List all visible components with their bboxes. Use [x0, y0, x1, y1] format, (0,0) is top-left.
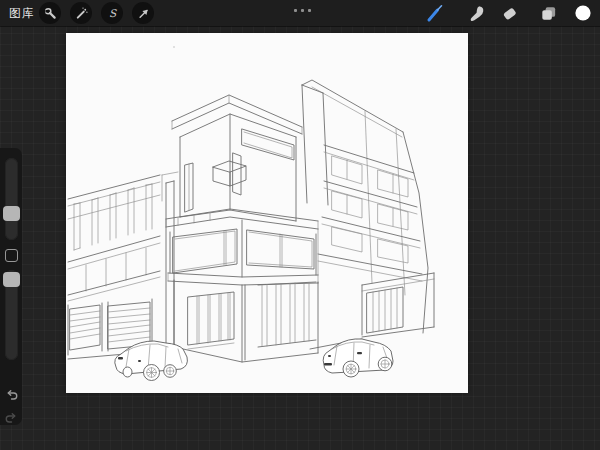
drawing-canvas[interactable]: [66, 33, 468, 393]
selection-button[interactable]: S: [101, 2, 123, 24]
color-swatch-button[interactable]: [571, 2, 595, 24]
magic-wand-icon: [74, 6, 89, 21]
selection-s-icon: S: [105, 6, 120, 21]
layers-icon: [539, 4, 558, 23]
gallery-button[interactable]: 图库: [9, 6, 34, 21]
sketch-main-building: [166, 95, 318, 362]
architectural-sketch: [66, 33, 468, 393]
wrench-icon: [43, 6, 58, 21]
side-toolbar: [0, 148, 22, 425]
erase-tool-button[interactable]: [497, 2, 521, 24]
procreate-workspace: 图库 S: [0, 0, 600, 450]
pencil-speck: [173, 46, 175, 48]
actions-button[interactable]: [39, 2, 61, 24]
top-toolbar: 图库 S: [0, 0, 600, 26]
modify-square-button[interactable]: [5, 249, 18, 262]
brush-size-slider-handle[interactable]: [3, 206, 20, 221]
layers-button[interactable]: [536, 2, 560, 24]
color-swatch-circle: [573, 3, 593, 23]
undo-arrow-icon: [4, 387, 19, 402]
transform-button[interactable]: [132, 2, 154, 24]
transform-arrow-icon: [136, 6, 151, 21]
smudge-finger-icon: [467, 4, 486, 23]
undo-button[interactable]: [3, 386, 20, 403]
svg-text:S: S: [108, 6, 116, 18]
paint-tool-button[interactable]: [423, 2, 447, 24]
sketch-left-building: [68, 172, 178, 359]
brush-icon: [425, 3, 445, 23]
adjustments-button[interactable]: [70, 2, 92, 24]
smudge-tool-button[interactable]: [464, 2, 488, 24]
redo-button[interactable]: [3, 409, 20, 426]
canvas-menu-ellipsis-icon[interactable]: [294, 9, 311, 12]
redo-arrow-icon: [4, 410, 19, 425]
sketch-right-building: [302, 80, 434, 349]
brush-size-slider[interactable]: [5, 158, 18, 240]
eraser-icon: [500, 4, 519, 23]
opacity-slider-handle[interactable]: [3, 272, 20, 287]
